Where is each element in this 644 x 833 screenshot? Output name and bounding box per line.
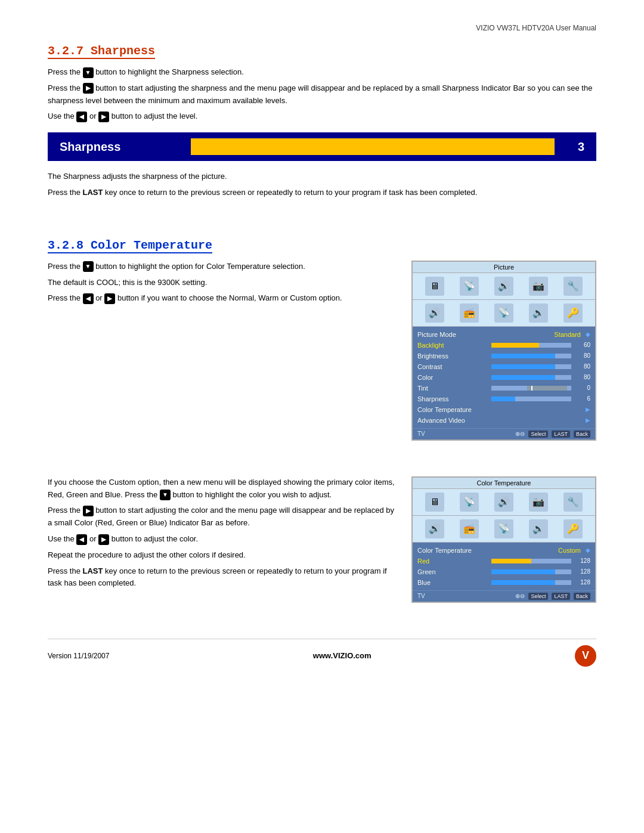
section-327-para3: Use the ◀ or ▶ button to adjust the leve… bbox=[48, 110, 596, 123]
section-327-para1: Press the ▼ button to highlight the Shar… bbox=[48, 66, 596, 79]
sharpness-bar-fill bbox=[191, 138, 555, 155]
picture-menu-screen: Picture 🖥 📡 🔊 📷 🔧 🔊 📻 📡 🔈 🔑 bbox=[411, 261, 596, 441]
screen1-footer-right: ⊕⊖ Select LAST Back bbox=[515, 431, 590, 438]
screen2-menu: Color Temperature Custom ◆ Red 128 bbox=[413, 543, 595, 590]
menu-row-tint: Tint 0 bbox=[413, 383, 595, 394]
section-328-para1: Press the ▼ button to highlight the opti… bbox=[48, 261, 400, 273]
screen2-select-btn: Select bbox=[528, 593, 548, 600]
page-footer: Version 11/19/2007 www.VIZIO.com V bbox=[48, 639, 596, 667]
tv-icon-settings: 🔧 bbox=[564, 277, 583, 296]
green-fill bbox=[491, 569, 555, 574]
menu-row-brightness: Brightness 80 bbox=[413, 351, 595, 361]
tv-icon-sat2: 📡 bbox=[494, 304, 513, 323]
right-arrow-icon3: ▶ bbox=[104, 293, 115, 304]
screen1-footer: TV ⊕⊖ Select LAST Back bbox=[413, 428, 595, 439]
screen1-title: Picture bbox=[413, 262, 595, 273]
section-328b-para1: If you choose the Custom option, then a … bbox=[48, 476, 400, 501]
color-temp-screen: Color Temperature 🖥 📡 🔊 📷 🔧 🔊 📻 📡 🔈 🔑 bbox=[411, 476, 596, 603]
backlight-fill bbox=[491, 343, 539, 348]
screen2-footer-right: ⊕⊖ Select LAST Back bbox=[515, 593, 590, 600]
section-328-text: Press the ▼ button to highlight the opti… bbox=[48, 261, 400, 308]
menu-row2-blue: Blue 128 bbox=[413, 577, 595, 588]
screen2-icon-k: 🔑 bbox=[564, 519, 583, 538]
menu-row-picture-mode: Picture Mode Standard ◆ bbox=[413, 329, 595, 340]
screen2-footer: TV ⊕⊖ Select LAST Back bbox=[413, 590, 595, 602]
section-328b-para4: Repeat the procedure to adjust the other… bbox=[48, 549, 400, 562]
right-arrow-icon2: ▶ bbox=[98, 112, 109, 122]
section-327-para2: Press the ▶ button to start adjusting th… bbox=[48, 82, 596, 107]
menu-row-color: Color 80 bbox=[413, 372, 595, 383]
screen2-icons-row1: 🖥 📡 🔊 📷 🔧 bbox=[413, 489, 595, 516]
tv-icon-camera: 📷 bbox=[529, 277, 548, 296]
sharpness-fill bbox=[491, 397, 515, 401]
sharpness-bar-label: Sharpness bbox=[60, 140, 179, 154]
tv-icon-satellite: 📡 bbox=[460, 277, 479, 296]
right-arrow-icon4: ▶ bbox=[83, 506, 94, 516]
sharpness-indicator-bar: Sharpness 3 bbox=[48, 132, 596, 161]
tv-icon-radio2: 📻 bbox=[460, 304, 479, 323]
footer-version: Version 11/19/2007 bbox=[48, 652, 109, 660]
screen2-icon-satellite: 📡 bbox=[460, 493, 479, 512]
tv-icon-vol: 🔈 bbox=[529, 304, 548, 323]
contrast-fill bbox=[491, 364, 555, 369]
screen1-icons-row2: 🔊 📻 📡 🔈 🔑 bbox=[413, 300, 595, 327]
tint-center bbox=[531, 386, 532, 391]
section-328-title: 3.2.8 Color Temperature bbox=[48, 239, 212, 253]
screen2-icon-r: 📻 bbox=[460, 519, 479, 538]
screen2-icon-monitor: 🖥 bbox=[425, 493, 444, 512]
screen2-icon-camera: 📷 bbox=[529, 493, 548, 512]
screen1-dpad-icon: ⊕⊖ bbox=[515, 431, 525, 437]
menu-row2-color-temp: Color Temperature Custom ◆ bbox=[413, 545, 595, 556]
menu-row-contrast: Contrast 80 bbox=[413, 361, 595, 372]
section-328b: If you choose the Custom option, then a … bbox=[48, 476, 596, 603]
screen2-dpad-icon: ⊕⊖ bbox=[515, 593, 525, 599]
screen1-footer-left: TV bbox=[417, 431, 425, 437]
brightness-fill bbox=[491, 354, 555, 358]
section-328-body: Press the ▼ button to highlight the opti… bbox=[48, 261, 596, 441]
screen1-icons-row1: 🖥 📡 🔊 📷 🔧 bbox=[413, 273, 595, 300]
screen2-title: Color Temperature bbox=[413, 478, 595, 489]
section-328b-para3: Use the ◀ or ▶ button to adjust the colo… bbox=[48, 533, 400, 546]
last-key-bold: LAST bbox=[83, 188, 103, 197]
tv-screen-1: Picture 🖥 📡 🔊 📷 🔧 🔊 📻 📡 🔈 🔑 bbox=[411, 261, 596, 441]
down-arrow-icon4: ▼ bbox=[160, 490, 171, 500]
down-arrow-icon: ▼ bbox=[83, 67, 94, 78]
screen2-icon-sp: 🔊 bbox=[425, 519, 444, 538]
tv-icon-monitor: 🖥 bbox=[425, 277, 444, 296]
right-arrow-icon: ▶ bbox=[83, 83, 94, 94]
section-327-title: 3.2.7 Sharpness bbox=[48, 44, 155, 59]
section-328: 3.2.8 Color Temperature Press the ▼ butt… bbox=[48, 239, 596, 441]
section-328b-body: If you choose the Custom option, then a … bbox=[48, 476, 596, 603]
menu-row-color-temp: Color Temperature ▶ bbox=[413, 404, 595, 415]
left-arrow-icon2: ◀ bbox=[83, 293, 94, 304]
left-arrow-icon3: ◀ bbox=[76, 534, 87, 545]
left-arrow-icon: ◀ bbox=[76, 112, 87, 122]
screen2-icon-settings: 🔧 bbox=[564, 493, 583, 512]
screen2-icon-radio: 🔊 bbox=[494, 493, 513, 512]
tv-icon-speaker: 🔊 bbox=[425, 304, 444, 323]
right-arrow-icon5: ▶ bbox=[98, 534, 109, 545]
screen2-icon-v: 🔈 bbox=[529, 519, 548, 538]
tv-icon-radio: 🔊 bbox=[494, 277, 513, 296]
tv-screen-2: Color Temperature 🖥 📡 🔊 📷 🔧 🔊 📻 📡 🔈 🔑 bbox=[411, 476, 596, 603]
last-key-bold2: LAST bbox=[83, 566, 103, 575]
section-328-para2: The default is COOL; this is the 9300K s… bbox=[48, 277, 400, 289]
section-328b-para2: Press the ▶ button to start adjusting th… bbox=[48, 504, 400, 529]
blue-fill bbox=[491, 580, 555, 585]
screen2-icon-s: 📡 bbox=[494, 519, 513, 538]
screen1-menu: Picture Mode Standard ◆ Backlight 60 bbox=[413, 327, 595, 428]
section-327-desc2: Press the LAST key once to return to the… bbox=[48, 187, 596, 199]
menu-row-advanced-video: Advanced Video ▶ bbox=[413, 415, 595, 426]
menu-row-sharpness: Sharpness 6 bbox=[413, 394, 595, 404]
screen1-select-btn: Select bbox=[528, 431, 548, 438]
section-328b-para5: Press the LAST key once to return to the… bbox=[48, 565, 400, 590]
screen1-back-btn: Back bbox=[574, 431, 590, 438]
tv-icon-key: 🔑 bbox=[564, 304, 583, 323]
screen2-icons-row2: 🔊 📻 📡 🔈 🔑 bbox=[413, 516, 595, 543]
down-arrow-icon3: ▼ bbox=[83, 261, 94, 272]
red-fill bbox=[491, 559, 531, 563]
section-327-desc1: The Sharpness adjusts the sharpness of t… bbox=[48, 171, 596, 183]
screen2-last-btn: LAST bbox=[552, 593, 570, 600]
menu-row2-green: Green 128 bbox=[413, 566, 595, 577]
header-title: VIZIO VW37L HDTV20A User Manual bbox=[48, 24, 596, 32]
